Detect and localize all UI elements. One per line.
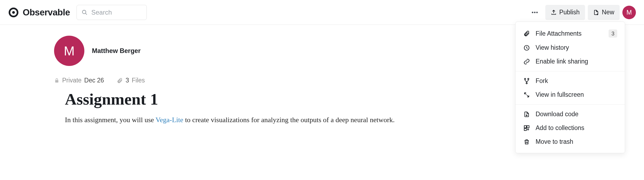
menu-view-fullscreen[interactable]: View in fullscreen xyxy=(516,88,625,102)
files-indicator[interactable]: 3 Files xyxy=(117,77,145,84)
brand-logo[interactable]: Observable xyxy=(8,7,70,18)
author-row: M Matthew Berger xyxy=(54,36,433,66)
menu-label: View in fullscreen xyxy=(536,91,584,98)
author-avatar[interactable]: M xyxy=(54,36,84,66)
date-label: Dec 26 xyxy=(84,77,104,84)
publish-label: Publish xyxy=(559,9,580,16)
author-avatar-initial: M xyxy=(64,44,75,58)
header-actions: Publish New M xyxy=(527,5,636,20)
paperclip-icon xyxy=(117,78,123,84)
more-dropdown: File Attachments 3 View history Enable l… xyxy=(515,22,625,125)
history-icon xyxy=(523,44,530,51)
svg-point-5 xyxy=(534,12,536,13)
document-body: In this assignment, you will use Vega-Li… xyxy=(65,115,400,125)
new-file-icon xyxy=(593,9,599,15)
fullscreen-icon xyxy=(523,91,530,98)
files-count: 3 xyxy=(125,77,129,84)
page-title: Assignment 1 xyxy=(65,90,433,109)
search-box[interactable] xyxy=(77,5,147,20)
privacy-indicator: Private Dec 26 xyxy=(54,77,104,84)
meta-row: Private Dec 26 3 Files xyxy=(54,77,433,84)
privacy-label: Private xyxy=(62,77,82,84)
search-input[interactable] xyxy=(91,9,142,16)
menu-file-attachments[interactable]: File Attachments 3 xyxy=(516,26,625,41)
menu-label: Fork xyxy=(536,77,548,85)
header: Observable Publish xyxy=(0,0,644,25)
publish-button[interactable]: Publish xyxy=(545,5,585,20)
brand-name: Observable xyxy=(23,7,70,18)
search-icon xyxy=(82,9,88,15)
menu-label: Enable link sharing xyxy=(536,58,588,65)
author-name[interactable]: Matthew Berger xyxy=(92,47,141,55)
user-avatar[interactable]: M xyxy=(622,6,636,19)
observable-logo-icon xyxy=(8,7,19,18)
menu-label: File Attachments xyxy=(536,30,582,37)
svg-line-3 xyxy=(85,13,87,15)
upload-icon xyxy=(551,9,557,15)
body-post: to create visualizations for analyzing t… xyxy=(183,116,395,124)
menu-enable-link-sharing[interactable]: Enable link sharing xyxy=(516,55,625,68)
avatar-initial: M xyxy=(626,9,632,16)
paperclip-icon xyxy=(523,30,530,37)
new-button[interactable]: New xyxy=(588,5,620,20)
menu-add-to-collections[interactable]: Add to collections xyxy=(516,121,625,125)
svg-point-1 xyxy=(12,11,15,14)
svg-point-9 xyxy=(525,78,526,79)
menu-view-history[interactable]: View history xyxy=(516,41,625,55)
menu-fork[interactable]: Fork xyxy=(516,74,625,88)
collections-icon xyxy=(523,125,530,126)
page-content: M Matthew Berger Private Dec 26 3 Files xyxy=(0,25,433,125)
svg-point-11 xyxy=(526,82,527,84)
new-label: New xyxy=(602,9,614,16)
vega-lite-link[interactable]: Vega-Lite xyxy=(155,116,183,124)
attachments-count-badge: 3 xyxy=(609,29,617,38)
more-menu-button[interactable] xyxy=(527,5,543,20)
svg-point-4 xyxy=(532,12,533,13)
menu-label: Add to collections xyxy=(536,124,584,125)
svg-rect-7 xyxy=(55,80,58,82)
files-label: Files xyxy=(132,77,145,84)
svg-point-2 xyxy=(82,10,86,14)
menu-label: View history xyxy=(536,44,569,51)
lock-icon xyxy=(54,78,59,83)
menu-label: Download code xyxy=(536,111,579,118)
download-file-icon xyxy=(523,111,530,118)
ellipsis-icon xyxy=(531,9,539,16)
menu-download-code[interactable]: Download code xyxy=(516,107,625,121)
body-pre: In this assignment, you will use xyxy=(65,116,155,124)
svg-point-6 xyxy=(536,12,538,13)
svg-point-10 xyxy=(528,78,529,79)
fork-icon xyxy=(523,78,530,85)
link-icon xyxy=(523,58,530,65)
